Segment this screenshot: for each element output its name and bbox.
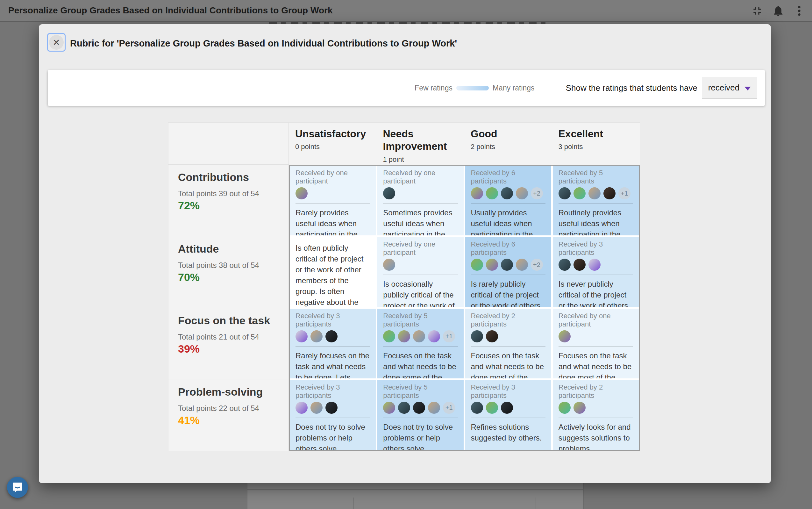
- ratings-direction-select[interactable]: received: [702, 77, 757, 99]
- cell-divider: [383, 275, 458, 275]
- close-button[interactable]: ✕: [47, 33, 66, 52]
- rating-cell: Received by one participant Is occasiona…: [377, 237, 463, 307]
- participant-avatar: [325, 330, 338, 342]
- rating-description: Sometimes provides useful ideas when par…: [383, 207, 458, 235]
- rating-description: Does not try to solve problems or help o…: [383, 422, 458, 450]
- participant-avatar: [589, 187, 601, 199]
- rating-description: Does not try to solve problems or help o…: [295, 422, 370, 450]
- rating-column-title: Unsatisfactory: [295, 128, 368, 140]
- participant-avatar: [383, 330, 395, 342]
- rating-description: Actively looks for and suggests solution…: [559, 422, 633, 450]
- rating-cell: Received by one participant Sometimes pr…: [377, 166, 463, 235]
- selected-option: received: [708, 83, 739, 93]
- participant-avatar: [486, 259, 498, 271]
- participant-avatar: [603, 187, 615, 199]
- many-ratings-label: Many ratings: [493, 84, 535, 92]
- rubric-modal: ✕ Rubric for 'Personalize Group Grades B…: [39, 24, 771, 483]
- more-options-icon[interactable]: [792, 4, 806, 18]
- participant-avatar: [471, 187, 483, 199]
- avatar-overflow-chip: +1: [443, 402, 455, 414]
- received-by-label: Received by 5 participants: [559, 169, 633, 185]
- participant-avatar: [311, 330, 323, 342]
- rating-description: Usually provides useful ideas when parti…: [471, 207, 545, 235]
- criterion-title: Contributions: [178, 171, 281, 183]
- rating-column-title: Needs Improvement: [383, 128, 456, 153]
- avatar-row: +1: [383, 401, 458, 414]
- rating-description: Is rarely publicly critical of the proje…: [471, 279, 545, 307]
- app-bar-icons: [750, 4, 806, 18]
- rating-column-points: 3 points: [559, 143, 632, 151]
- notifications-icon[interactable]: [771, 4, 785, 18]
- received-by-label: Received by one participant: [559, 312, 633, 329]
- cell-divider: [383, 417, 458, 418]
- received-by-label: Received by 2 participants: [559, 383, 633, 400]
- avatar-overflow-chip: +2: [531, 187, 543, 199]
- participant-avatar: [501, 402, 513, 414]
- rating-cell: Received by 6 participants +2 Usually pr…: [465, 166, 551, 235]
- rating-cell: Received by 3 participants Does not try …: [290, 380, 376, 450]
- rating-description: Routinely provides useful ideas when par…: [559, 207, 633, 235]
- cell-divider: [471, 203, 545, 204]
- participant-avatar: [486, 402, 498, 414]
- rating-column-header: Good 2 points: [464, 123, 552, 165]
- rating-description: Is never publicly critical of the projec…: [559, 279, 633, 307]
- dropdown-caret-icon: [744, 87, 751, 91]
- received-by-label: Received by 2 participants: [471, 312, 545, 329]
- participant-avatar: [559, 402, 571, 414]
- criterion-title: Problem-solving: [178, 386, 281, 398]
- rating-column-title: Excellent: [559, 128, 632, 140]
- participant-avatar: [398, 330, 410, 342]
- cell-divider: [471, 417, 545, 418]
- app-bar: Personalize Group Grades Based on Indivi…: [0, 0, 812, 22]
- avatar-row: [295, 401, 370, 414]
- criterion-percent: 70%: [178, 271, 281, 283]
- criterion-total-points: Total points 22 out of 54: [178, 404, 281, 413]
- avatar-row: [295, 187, 370, 200]
- avatar-overflow-chip: +1: [443, 330, 455, 342]
- participant-avatar: [325, 402, 338, 414]
- participant-avatar: [559, 259, 571, 271]
- avatar-row: [383, 187, 458, 200]
- fullscreen-exit-icon[interactable]: [750, 4, 764, 18]
- participant-avatar: [398, 402, 410, 414]
- rating-column-header: Needs Improvement 1 point: [377, 123, 465, 165]
- avatar-row: [471, 330, 545, 343]
- rating-column-header: Excellent 3 points: [552, 123, 640, 165]
- cell-divider: [383, 203, 458, 204]
- chat-support-button[interactable]: [7, 477, 28, 498]
- rating-cell: Received by one participant Rarely provi…: [290, 166, 376, 235]
- assignment-title: Personalize Group Grades Based on Indivi…: [8, 5, 332, 15]
- avatar-overflow-chip: +1: [619, 187, 631, 199]
- participant-avatar: [486, 330, 498, 342]
- avatar-row: +2: [471, 258, 545, 271]
- participant-avatar: [516, 259, 528, 271]
- divider: [353, 498, 354, 509]
- participant-avatar: [486, 187, 498, 199]
- rating-cell: Received by 3 participants Refines solut…: [465, 380, 551, 450]
- received-by-label: Received by 5 participants: [383, 312, 458, 329]
- participant-avatar: [559, 187, 571, 199]
- rating-description: Focuses on the task and what needs to be…: [383, 350, 458, 378]
- rating-column-points: 1 point: [383, 156, 456, 164]
- participant-avatar: [501, 259, 513, 271]
- criterion-cell: Focus on the task Total points 21 out of…: [169, 308, 289, 380]
- rating-cell: Received by 5 participants +1 Does not t…: [377, 380, 463, 450]
- blank-header-cell: [169, 123, 289, 165]
- participant-avatar: [311, 402, 323, 414]
- avatar-row: [471, 401, 545, 414]
- participant-avatar: [471, 330, 483, 342]
- criterion-cell: Contributions Total points 39 out of 54 …: [169, 165, 289, 236]
- criterion-total-points: Total points 21 out of 54: [178, 333, 281, 341]
- rating-cell: Is often publicly critical of the projec…: [290, 237, 376, 307]
- table-body: Contributions Total points 39 out of 54 …: [169, 165, 640, 451]
- criterion-percent: 41%: [178, 414, 281, 427]
- close-icon: ✕: [49, 35, 64, 50]
- avatar-row: +2: [471, 187, 545, 200]
- participant-avatar: [428, 402, 440, 414]
- rating-cell: Received by 3 participants Rarely focuse…: [290, 309, 376, 378]
- rating-cell: Received by 2 participants Actively look…: [553, 380, 639, 450]
- cell-divider: [295, 203, 370, 204]
- table-header: Unsatisfactory 0 points Needs Improvemen…: [169, 123, 640, 165]
- rating-cell: Received by 3 participants Is never publ…: [553, 237, 639, 307]
- participant-avatar: [501, 187, 513, 199]
